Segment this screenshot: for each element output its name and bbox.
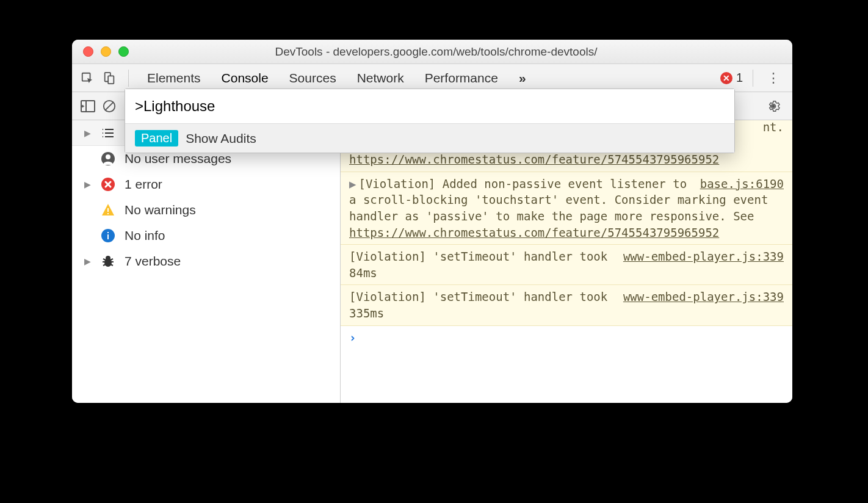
device-toggle-icon[interactable]	[103, 71, 116, 85]
prompt-icon: ›	[349, 331, 356, 344]
sidebar-row-warnings[interactable]: ▶ No warnings	[72, 197, 340, 223]
expand-icon[interactable]: ▶	[349, 177, 356, 190]
message-text: [Violation] 'setTimeout' handler took 84…	[349, 250, 607, 280]
message-source[interactable]: www-embed-player.js:339	[623, 289, 784, 305]
more-menu-icon[interactable]: ⋮	[763, 70, 784, 86]
tabs-overflow[interactable]: »	[519, 65, 526, 92]
list-icon	[100, 125, 116, 141]
svg-point-23	[106, 256, 110, 261]
titlebar: DevTools - developers.google.com/web/too…	[72, 40, 792, 64]
message-source[interactable]: www-embed-player.js:339	[623, 248, 784, 265]
content-area: ▶ ▶ No user messages ▶ 1 error	[72, 120, 792, 403]
error-icon	[100, 176, 116, 192]
user-icon	[100, 151, 116, 167]
svg-line-28	[103, 264, 106, 266]
svg-point-7	[772, 104, 775, 108]
error-count: 1	[736, 71, 743, 85]
warning-icon	[100, 202, 116, 218]
svg-rect-17	[107, 208, 109, 212]
svg-line-6	[106, 102, 114, 110]
console-message[interactable]: base.js:6190 ▶[Violation] Added non-pass…	[341, 172, 792, 245]
sidebar-label: 1 error	[125, 177, 162, 192]
window-title: DevTools - developers.google.com/web/too…	[129, 45, 792, 59]
sidebar-label: No info	[125, 228, 165, 243]
error-counter[interactable]: ✕ 1	[720, 71, 743, 85]
svg-rect-2	[108, 76, 114, 84]
result-badge: Panel	[135, 130, 178, 147]
devtools-window: DevTools - developers.google.com/web/too…	[72, 40, 792, 403]
svg-rect-21	[107, 232, 109, 233]
error-icon: ✕	[720, 72, 732, 84]
close-button[interactable]	[83, 46, 93, 57]
bug-icon	[100, 253, 116, 269]
console-messages: nt. make the page more responsive. See h…	[341, 120, 792, 403]
tab-elements[interactable]: Elements	[147, 65, 201, 92]
sidebar-label: No user messages	[125, 151, 231, 166]
inspect-icon[interactable]	[81, 71, 94, 85]
svg-point-15	[106, 154, 110, 159]
console-settings-icon[interactable]	[767, 100, 780, 113]
sidebar-row-verbose[interactable]: ▶ 7 verbose	[72, 248, 340, 274]
result-label: Show Audits	[186, 131, 256, 146]
minimize-button[interactable]	[101, 46, 111, 57]
sidebar-row-errors[interactable]: ▶ 1 error	[72, 172, 340, 197]
svg-line-26	[103, 259, 106, 260]
svg-line-29	[110, 264, 113, 266]
command-menu-input[interactable]	[125, 89, 734, 123]
toggle-sidebar-icon[interactable]	[81, 100, 95, 112]
sidebar-label: 7 verbose	[125, 254, 181, 269]
tab-network[interactable]: Network	[357, 65, 404, 92]
message-tail: nt.	[763, 120, 784, 134]
expand-icon: ▶	[84, 256, 92, 266]
sidebar-label: No warnings	[125, 203, 196, 217]
tab-console[interactable]: Console	[222, 65, 269, 92]
separator	[128, 70, 129, 87]
svg-rect-20	[107, 234, 109, 239]
console-message[interactable]: www-embed-player.js:339 [Violation] 'set…	[341, 245, 792, 285]
message-text: [Violation] 'setTimeout' handler took 33…	[349, 290, 607, 320]
message-source[interactable]: base.js:6190	[700, 176, 784, 192]
svg-line-27	[110, 259, 113, 260]
svg-rect-18	[107, 213, 109, 214]
console-prompt[interactable]: ›	[341, 326, 792, 349]
message-link[interactable]: https://www.chromestatus.com/feature/574…	[349, 153, 719, 166]
info-icon	[100, 228, 116, 244]
command-menu: Panel Show Audits	[125, 89, 735, 153]
tab-sources[interactable]: Sources	[289, 65, 336, 92]
console-message[interactable]: www-embed-player.js:339 [Violation] 'set…	[341, 285, 792, 325]
console-sidebar: ▶ ▶ No user messages ▶ 1 error	[72, 120, 341, 403]
command-menu-result[interactable]: Panel Show Audits	[125, 123, 734, 153]
clear-console-icon[interactable]	[103, 100, 116, 113]
sidebar-row-info[interactable]: ▶ No info	[72, 223, 340, 248]
expand-icon: ▶	[84, 128, 92, 138]
expand-icon: ▶	[84, 179, 92, 189]
zoom-button[interactable]	[118, 46, 129, 57]
traffic-lights	[72, 46, 129, 57]
tab-performance[interactable]: Performance	[425, 65, 498, 92]
message-link[interactable]: https://www.chromestatus.com/feature/574…	[349, 226, 719, 239]
panel-tabs: Elements Console Sources Network Perform…	[141, 65, 526, 92]
separator	[753, 70, 753, 87]
